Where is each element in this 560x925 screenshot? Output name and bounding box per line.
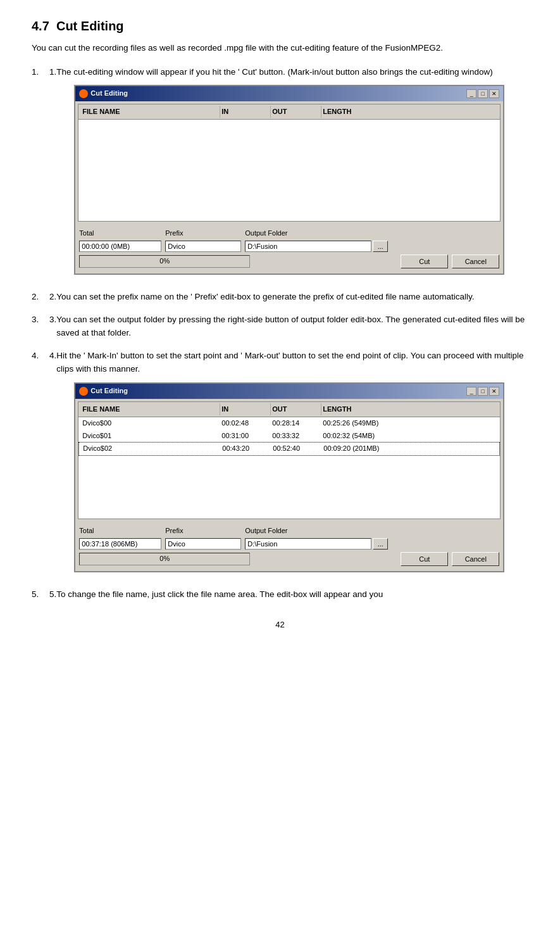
dialog2-table-header: FILE NAME IN OUT LENGTH	[78, 402, 500, 418]
row1-out: 00:28:14	[271, 418, 321, 429]
dialog2-title-left: Cut Editing	[79, 386, 128, 397]
dialog2-close-btn[interactable]: ✕	[489, 387, 499, 396]
dialog1-table-body	[78, 120, 500, 221]
dialog2-wrapper: Cut Editing _ □ ✕ FILE NAME IN	[74, 382, 528, 572]
dialog1-total-label: Total	[79, 228, 161, 239]
row2-length: 00:02:32 (54MB)	[321, 431, 497, 442]
dialog2-col-filename: FILE NAME	[81, 403, 220, 416]
page-number: 42	[32, 620, 528, 629]
intro-paragraph: You can cut the recording files as well …	[32, 41, 528, 55]
dialog1-folder-input[interactable]	[245, 241, 371, 252]
row2-in: 00:31:00	[220, 431, 271, 442]
section-heading: 4.7 Cut Editing	[32, 19, 528, 34]
step-5: 5. To change the file name, just click t…	[32, 588, 528, 601]
dialog1-close-btn[interactable]: ✕	[489, 89, 499, 98]
row1-filename: Dvico$00	[81, 418, 220, 429]
dialog1-total-group: Total	[79, 228, 161, 252]
step-3: 3. You can set the output folder by pres…	[32, 313, 528, 340]
dialog2-window-controls[interactable]: _ □ ✕	[466, 387, 499, 396]
row1-length: 00:25:26 (549MB)	[321, 418, 497, 429]
row3-length: 00:09:20 (201MB)	[322, 443, 497, 455]
step-3-text: You can set the output folder by pressin…	[56, 315, 525, 338]
dialog1-col-in: IN	[220, 106, 271, 118]
dialog2-browse-btn[interactable]: ...	[373, 538, 388, 550]
dialog2-action-buttons[interactable]: Cut Cancel	[401, 552, 499, 566]
table-row[interactable]: Dvico$00 00:02:48 00:28:14 00:25:26 (549…	[78, 417, 500, 430]
dialog1-total-input[interactable]	[79, 241, 161, 252]
row3-out: 00:52:40	[271, 443, 322, 455]
dialog2-content: FILE NAME IN OUT LENGTH Dvico$00 00:02:4…	[75, 399, 503, 571]
row1-in: 00:02:48	[220, 418, 271, 429]
dialog2-maximize-btn[interactable]: □	[478, 387, 488, 396]
dialog1-title: Cut Editing	[90, 88, 128, 99]
dialog1-footer-row2: 0% Cut Cancel	[79, 255, 499, 268]
dialog1-app-icon	[79, 89, 88, 98]
dialog2-folder-label: Output Folder	[245, 525, 388, 537]
step-4-number: 4.	[49, 349, 56, 363]
dialog1-content: FILE NAME IN OUT LENGTH Total	[75, 101, 503, 274]
dialog2-folder-row: ...	[245, 538, 388, 550]
dialog2-prefix-input[interactable]	[165, 538, 241, 550]
dialog1-wrapper: Cut Editing _ □ ✕ FILE NAME	[74, 85, 528, 275]
dialog2-folder-input[interactable]	[245, 538, 371, 550]
dialog1-col-length: LENGTH	[321, 106, 497, 118]
dialog1-maximize-btn[interactable]: □	[478, 89, 488, 98]
dialog2-cut-btn[interactable]: Cut	[401, 552, 448, 566]
dialog2-app-icon	[79, 387, 88, 396]
dialog1-action-buttons[interactable]: Cut Cancel	[401, 255, 499, 268]
dialog2-prefix-group: Prefix	[165, 525, 241, 550]
dialog1-folder-label: Output Folder	[245, 228, 388, 239]
dialog1-prefix-input[interactable]	[165, 241, 241, 252]
dialog1-prefix-group: Prefix	[165, 228, 241, 252]
dialog2-footer: Total Prefix Output Folder	[78, 523, 501, 569]
step-2-number: 2.	[49, 290, 56, 304]
dialog2-col-in: IN	[220, 403, 271, 416]
row3-filename: Dvico$02	[82, 443, 221, 455]
dialog2-total-input[interactable]	[79, 538, 161, 550]
dialog2-progress-bar: 0%	[79, 553, 250, 565]
dialog1-minimize-btn[interactable]: _	[466, 89, 476, 98]
dialog1-prefix-label: Prefix	[165, 228, 241, 239]
steps-list: 1. The cut-editing window will appear if…	[32, 65, 528, 601]
table-row[interactable]: Dvico$02 00:43:20 00:52:40 00:09:20 (201…	[78, 442, 500, 456]
dialog2-table: FILE NAME IN OUT LENGTH Dvico$00 00:02:4…	[78, 401, 501, 520]
step-3-number: 3.	[49, 313, 56, 327]
dialog2-title: Cut Editing	[90, 386, 128, 397]
dialog1-cut-btn[interactable]: Cut	[401, 255, 448, 268]
dialog2-progress-text: 0%	[159, 553, 170, 565]
dialog1-progress-bar: 0%	[79, 255, 250, 268]
dialog2-footer-row1: Total Prefix Output Folder	[79, 525, 499, 550]
dialog2-table-body: Dvico$00 00:02:48 00:28:14 00:25:26 (549…	[78, 417, 500, 519]
dialog1-cancel-btn[interactable]: Cancel	[452, 255, 499, 268]
dialog1-window-controls[interactable]: _ □ ✕	[466, 89, 499, 98]
step-4: 4. Hit the ' Mark-In' button to set the …	[32, 349, 528, 579]
table-row[interactable]: Dvico$01 00:31:00 00:33:32 00:02:32 (54M…	[78, 430, 500, 443]
dialog1-col-filename: FILE NAME	[81, 106, 220, 118]
dialog2: Cut Editing _ □ ✕ FILE NAME IN	[74, 382, 504, 572]
step-1-text: The cut-editing window will appear if yo…	[56, 67, 493, 77]
step-2: 2. You can set the prefix name on the ' …	[32, 290, 528, 304]
dialog1-footer-row1: Total Prefix Output Folder	[79, 228, 499, 252]
step-4-text: Hit the ' Mark-In' button to set the sta…	[56, 351, 523, 374]
dialog1: Cut Editing _ □ ✕ FILE NAME	[74, 85, 504, 275]
step-5-text: To change the file name, just click the …	[56, 589, 383, 599]
dialog2-prefix-label: Prefix	[165, 525, 241, 537]
dialog2-minimize-btn[interactable]: _	[466, 387, 476, 396]
dialog1-titlebar: Cut Editing _ □ ✕	[75, 86, 503, 101]
dialog1-folder-group: Output Folder ...	[245, 228, 388, 252]
step-2-text: You can set the prefix name on the ' Pre…	[56, 292, 474, 301]
dialog2-footer-row2: 0% Cut Cancel	[79, 552, 499, 566]
dialog2-total-group: Total	[79, 525, 161, 550]
row2-out: 00:33:32	[271, 431, 321, 442]
dialog2-cancel-btn[interactable]: Cancel	[452, 552, 499, 566]
dialog2-folder-group: Output Folder ...	[245, 525, 388, 550]
dialog2-col-length: LENGTH	[321, 403, 497, 416]
row2-filename: Dvico$01	[81, 431, 220, 442]
dialog1-folder-row: ...	[245, 241, 388, 252]
dialog1-title-left: Cut Editing	[79, 88, 128, 99]
dialog1-browse-btn[interactable]: ...	[373, 241, 388, 252]
row3-in: 00:43:20	[221, 443, 271, 455]
dialog1-table: FILE NAME IN OUT LENGTH	[78, 104, 501, 222]
dialog2-total-label: Total	[79, 525, 161, 537]
dialog2-titlebar: Cut Editing _ □ ✕	[75, 384, 503, 399]
